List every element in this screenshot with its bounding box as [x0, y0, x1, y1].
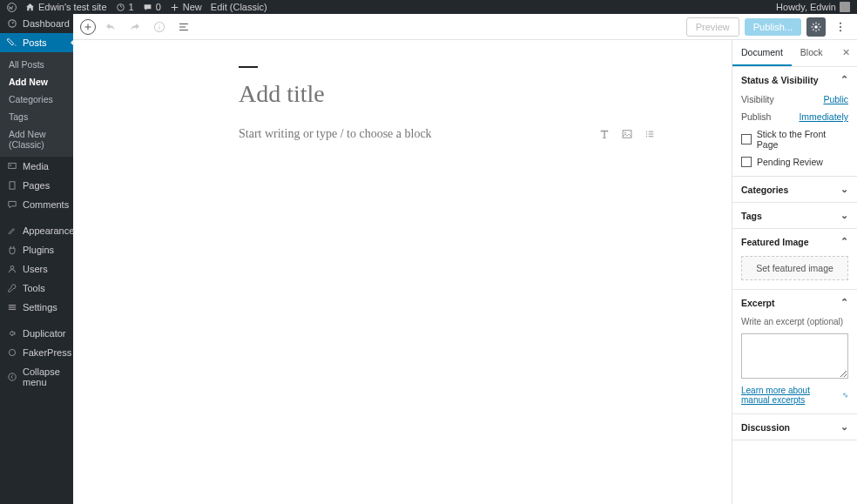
insert-image-icon[interactable] [620, 127, 634, 141]
settings-toggle-button[interactable] [806, 17, 826, 37]
chevron-down-icon: ⌄ [840, 421, 848, 433]
chevron-up-icon: ⌃ [840, 297, 848, 308]
panel-categories-header[interactable]: Categories⌄ [732, 177, 857, 202]
editor-main: Preview Publish... Start writing or type… [73, 14, 857, 504]
title-rule [239, 66, 258, 68]
new-label: New [183, 2, 202, 12]
wp-logo[interactable] [7, 3, 17, 12]
close-settings-button[interactable]: ✕ [835, 40, 857, 66]
external-link-icon [842, 391, 848, 400]
chevron-up-icon: ⌃ [840, 74, 848, 85]
set-featured-image-button[interactable]: Set featured image [741, 256, 848, 280]
svg-point-19 [646, 133, 647, 134]
svg-point-10 [9, 373, 16, 380]
submenu-categories[interactable]: Categories [0, 91, 73, 108]
insert-text-icon[interactable] [597, 127, 611, 141]
submenu-tags[interactable]: Tags [0, 108, 73, 125]
svg-point-18 [646, 131, 647, 132]
chevron-up-icon: ⌃ [840, 236, 848, 247]
panel-discussion-header[interactable]: Discussion⌄ [732, 414, 857, 440]
posts-submenu: All Posts Add New Categories Tags Add Ne… [0, 52, 73, 157]
svg-rect-6 [9, 305, 16, 306]
avatar [840, 2, 850, 12]
panel-status-header[interactable]: Status & Visibility⌃ [732, 67, 857, 92]
new-content-link[interactable]: New [170, 2, 202, 12]
panel-excerpt-header[interactable]: Excerpt⌃ [732, 290, 857, 315]
updates-count: 1 [129, 2, 134, 12]
svg-point-5 [10, 265, 14, 269]
chevron-down-icon: ⌄ [840, 210, 848, 221]
sidebar-item-duplicator[interactable]: Duplicator [0, 324, 73, 343]
sidebar-item-tools[interactable]: Tools [0, 279, 73, 298]
sidebar-item-posts[interactable]: Posts [0, 33, 73, 52]
sidebar-item-pages[interactable]: Pages [0, 176, 73, 195]
comments-link[interactable]: 0 [143, 2, 161, 12]
tab-block[interactable]: Block [792, 40, 832, 66]
svg-point-20 [646, 136, 647, 137]
site-name: Edwin's test site [38, 2, 107, 12]
excerpt-learn-link[interactable]: Learn more about manual excerpts [741, 386, 848, 405]
stick-checkbox[interactable]: Stick to the Front Page [741, 129, 848, 150]
visibility-label: Visibility [741, 94, 774, 104]
excerpt-textarea[interactable] [741, 333, 848, 379]
preview-button[interactable]: Preview [686, 17, 739, 37]
sidebar-item-plugins[interactable]: Plugins [0, 240, 73, 259]
svg-point-14 [840, 25, 841, 27]
undo-button[interactable] [101, 17, 120, 37]
more-menu-button[interactable] [831, 17, 850, 37]
svg-point-15 [840, 30, 841, 31]
post-title-input[interactable] [239, 80, 657, 108]
sidebar-item-comments[interactable]: Comments [0, 195, 73, 214]
site-name-link[interactable]: Edwin's test site [25, 2, 107, 12]
admin-sidebar: Dashboard Posts All Posts Add New Catego… [0, 14, 73, 504]
panel-tags-header[interactable]: Tags⌄ [732, 203, 857, 228]
svg-point-0 [8, 3, 17, 11]
insert-list-icon[interactable] [643, 127, 657, 141]
tab-document[interactable]: Document [732, 40, 792, 66]
collapse-menu[interactable]: Collapse menu [0, 362, 73, 392]
submenu-add-classic[interactable]: Add New (Classic) [0, 125, 73, 153]
paragraph-placeholder[interactable]: Start writing or type / to choose a bloc… [239, 127, 432, 141]
updates-link[interactable]: 1 [116, 2, 134, 12]
redo-button[interactable] [125, 17, 145, 37]
svg-rect-8 [9, 309, 16, 310]
submenu-add-new[interactable]: Add New [0, 73, 73, 91]
publish-value-link[interactable]: Immediately [799, 111, 848, 122]
svg-point-9 [9, 349, 15, 355]
sidebar-item-settings[interactable]: Settings [0, 298, 73, 317]
publish-label: Publish [741, 111, 771, 122]
svg-rect-2 [9, 163, 16, 168]
sidebar-item-appearance[interactable]: Appearance [0, 221, 73, 240]
publish-button[interactable]: Publish... [745, 18, 801, 36]
svg-point-3 [10, 165, 11, 166]
visibility-value-link[interactable]: Public [823, 94, 848, 104]
sidebar-item-users[interactable]: Users [0, 259, 73, 279]
svg-point-13 [840, 22, 841, 24]
block-navigation-button[interactable] [174, 17, 193, 37]
panel-featured-header[interactable]: Featured Image⌃ [732, 229, 857, 254]
info-button[interactable] [150, 17, 169, 37]
svg-rect-7 [9, 306, 16, 307]
chevron-down-icon: ⌄ [840, 184, 848, 195]
editor-canvas[interactable]: Start writing or type / to choose a bloc… [73, 40, 732, 504]
editor-toolbar: Preview Publish... [73, 14, 857, 40]
excerpt-label: Write an excerpt (optional) [741, 317, 848, 326]
pending-checkbox[interactable]: Pending Review [741, 157, 848, 167]
add-block-button[interactable] [80, 19, 96, 35]
sidebar-item-media[interactable]: Media [0, 157, 73, 176]
admin-bar: Edwin's test site 1 0 New Edit (Classic)… [0, 0, 857, 14]
submenu-all-posts[interactable]: All Posts [0, 56, 73, 73]
sidebar-item-dashboard[interactable]: Dashboard [0, 14, 73, 33]
sidebar-item-fakerpress[interactable]: FakerPress [0, 343, 73, 362]
svg-rect-16 [623, 131, 631, 138]
comments-count: 0 [156, 2, 161, 12]
svg-point-12 [814, 25, 818, 29]
howdy-link[interactable]: Howdy, Edwin [776, 2, 850, 12]
edit-classic-link[interactable]: Edit (Classic) [211, 2, 267, 12]
settings-sidebar: Document Block ✕ Status & Visibility⌃ Vi… [732, 40, 857, 504]
svg-rect-4 [10, 182, 15, 189]
svg-point-17 [624, 132, 626, 134]
